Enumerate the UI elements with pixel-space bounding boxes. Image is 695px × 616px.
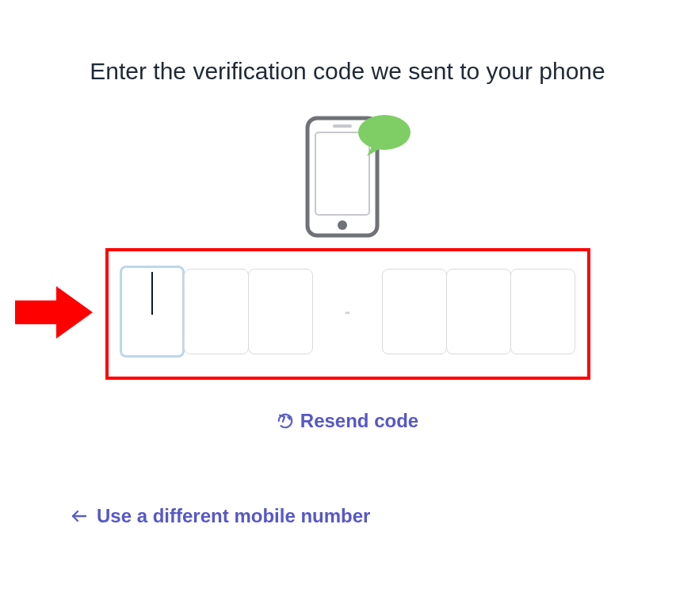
svg-point-4 [358, 115, 411, 150]
code-input-highlight: - [105, 248, 590, 380]
code-digit-1[interactable] [120, 266, 185, 358]
code-digit-5[interactable] [446, 269, 511, 354]
phone-icon [281, 112, 415, 239]
code-digit-6[interactable] [510, 269, 575, 354]
code-group-1 [120, 269, 313, 354]
verification-code-row: - [120, 269, 576, 354]
svg-point-3 [338, 220, 347, 230]
svg-rect-1 [315, 132, 369, 215]
svg-marker-5 [15, 286, 93, 339]
code-digit-3[interactable] [248, 269, 313, 354]
code-separator: - [340, 301, 355, 322]
phone-sms-illustration [48, 112, 647, 239]
use-different-number-label: Use a different mobile number [97, 505, 370, 527]
annotation-arrow-icon [13, 283, 96, 345]
resend-code-label: Resend code [300, 410, 418, 432]
code-digit-2[interactable] [184, 269, 249, 354]
refresh-icon [277, 412, 294, 430]
text-cursor-icon [151, 272, 153, 315]
code-group-2 [382, 269, 575, 354]
page-heading: Enter the verification code we sent to y… [71, 55, 625, 88]
arrow-left-icon [70, 507, 89, 526]
use-different-number-link[interactable]: Use a different mobile number [70, 505, 647, 527]
code-digit-4[interactable] [382, 269, 447, 354]
svg-rect-2 [333, 124, 352, 128]
verification-code-panel: Enter the verification code we sent to y… [0, 0, 695, 559]
resend-code-link[interactable]: Resend code [48, 410, 647, 432]
